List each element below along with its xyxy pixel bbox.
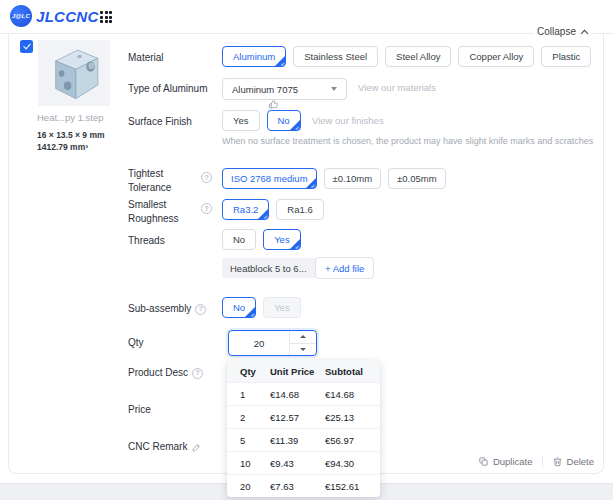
- sub-assembly-options: NoYes: [222, 297, 301, 318]
- product-desc-label-row: Product Desc ?: [128, 366, 203, 380]
- price-table-body: 1€14.68€14.682€12.57€25.135€11.39€56.971…: [227, 382, 380, 497]
- tolerance-help-icon[interactable]: ?: [201, 172, 212, 183]
- product-desc-label: Product Desc: [128, 366, 188, 380]
- tolerance-option-iso-2768-medium[interactable]: ISO 2768 medium: [222, 168, 317, 189]
- price-table-row[interactable]: 2€12.57€25.13: [227, 405, 380, 428]
- threads-options: NoYes: [222, 229, 301, 250]
- roughness-options: Ra3.2Ra1.6: [222, 199, 324, 220]
- part-checkbox[interactable]: [20, 40, 33, 53]
- price-table-cell: €14.68: [325, 389, 380, 400]
- actions-divider: [542, 456, 543, 467]
- sub-assembly-option-yes: Yes: [263, 297, 301, 318]
- apps-grid-icon[interactable]: [100, 11, 112, 23]
- surface-finish-note: When no surface treatment is chosen, the…: [222, 134, 607, 149]
- price-table-row[interactable]: 10€9.43€94.30: [227, 451, 380, 474]
- qty-decrease-button[interactable]: [290, 344, 316, 356]
- cnc-remark-label-row: CNC Remark: [128, 440, 202, 454]
- tolerance-option--0-10mm[interactable]: ±0.10mm: [324, 168, 382, 189]
- qty-input[interactable]: 20: [228, 330, 317, 356]
- edit-remark-pencil-icon[interactable]: [191, 442, 202, 453]
- roughness-help-icon[interactable]: ?: [201, 203, 212, 214]
- collapse-label: Collapse: [537, 26, 576, 37]
- cnc-remark-label: CNC Remark: [128, 440, 187, 454]
- price-table-cell: €94.30: [325, 458, 380, 469]
- product-desc-help-icon[interactable]: ?: [192, 368, 203, 379]
- jlccnc-quote-page: J@LC JLCCNC Collapse Heat...py 1.step 16…: [0, 0, 613, 500]
- view-materials-link[interactable]: View our materials: [358, 82, 436, 93]
- price-table-row[interactable]: 20€7.63€152.61: [227, 474, 380, 497]
- brand-name: JLCCNC: [36, 8, 99, 25]
- roughness-option-ra1-6[interactable]: Ra1.6: [276, 199, 323, 220]
- card-actions: Duplicate Delete: [478, 456, 594, 467]
- price-table-cell: 10: [240, 458, 270, 469]
- duplicate-button[interactable]: Duplicate: [478, 456, 533, 467]
- material-option-copper-alloy[interactable]: Copper Alloy: [458, 46, 534, 67]
- part-filename: Heat...py 1.step: [37, 112, 104, 123]
- price-table-cell: €7.63: [270, 481, 325, 492]
- price-table-cell: €9.43: [270, 458, 325, 469]
- sub-assembly-label-row: Sub-assembly ?: [128, 302, 206, 316]
- qty-value: 20: [229, 331, 289, 355]
- price-table-cell: 2: [240, 412, 270, 423]
- price-table-cell: 5: [240, 435, 270, 446]
- qty-stepper: [289, 331, 316, 355]
- surface-finish-option-no[interactable]: No: [267, 110, 301, 131]
- threads-option-yes[interactable]: Yes: [263, 229, 301, 250]
- price-label: Price: [128, 403, 151, 417]
- qty-increase-button[interactable]: [290, 331, 316, 344]
- surface-finish-options: YesNo: [222, 110, 301, 131]
- jlccnc-logo[interactable]: J@LC JLCCNC: [10, 5, 99, 27]
- part-thumbnail[interactable]: [38, 40, 110, 106]
- material-option-plastic[interactable]: Plastic: [541, 46, 591, 67]
- type-of-aluminum-label: Type of Aluminum: [128, 82, 207, 96]
- material-option-aluminum[interactable]: Aluminum: [222, 46, 286, 67]
- collapse-button[interactable]: Collapse: [534, 26, 592, 37]
- threads-option-no[interactable]: No: [222, 229, 256, 250]
- sub-assembly-label: Sub-assembly: [128, 302, 191, 316]
- material-option-steel-alloy[interactable]: Steel Alloy: [385, 46, 451, 67]
- smallest-roughness-label: Smallest Roughness: [128, 198, 198, 226]
- qty-price-popup: QtyUnit PriceSubtotal 1€14.68€14.682€12.…: [227, 360, 380, 497]
- surface-finish-label: Surface Finish: [128, 115, 192, 129]
- delete-button[interactable]: Delete: [552, 456, 594, 467]
- trash-icon: [552, 456, 563, 467]
- thread-file-tag: Heatblock 5 to 6...: [222, 258, 329, 278]
- part-dimensions: 16 × 13.5 × 9 mm: [37, 130, 105, 140]
- sub-assembly-option-no[interactable]: No: [222, 297, 256, 318]
- price-table-header-cell-0: Qty: [240, 366, 270, 377]
- price-table-cell: €56.97: [325, 435, 380, 446]
- top-navbar: J@LC JLCCNC: [0, 0, 613, 34]
- caret-down-icon: [331, 87, 337, 91]
- surface-finish-option-yes[interactable]: Yes: [222, 110, 260, 131]
- sub-assembly-help-icon[interactable]: ?: [195, 304, 206, 315]
- view-finishes-link[interactable]: View our finishes: [312, 115, 384, 126]
- threads-label: Threads: [128, 234, 165, 248]
- part-volume: 1412.79 mm³: [37, 142, 88, 152]
- price-table-cell: 1: [240, 389, 270, 400]
- price-table-cell: €11.39: [270, 435, 325, 446]
- aluminum-type-select[interactable]: Aluminum 7075: [222, 78, 347, 100]
- jlc-logo-badge-icon: J@LC: [10, 5, 32, 27]
- material-options: AluminumStainless SteelSteel AlloyCopper…: [222, 46, 591, 67]
- qty-label: Qty: [128, 336, 144, 350]
- price-table-header: QtyUnit PriceSubtotal: [227, 360, 380, 382]
- cad-part-preview-icon: [41, 42, 107, 104]
- material-label: Material: [128, 51, 164, 65]
- price-table-header-cell-2: Subtotal: [325, 366, 380, 377]
- price-table-cell: €25.13: [325, 412, 380, 423]
- delete-label: Delete: [567, 456, 594, 467]
- aluminum-type-value: Aluminum 7075: [232, 84, 331, 95]
- thumbs-up-icon: [268, 99, 279, 110]
- price-table-row[interactable]: 1€14.68€14.68: [227, 382, 380, 405]
- material-option-stainless-steel[interactable]: Stainless Steel: [293, 46, 378, 67]
- add-file-button[interactable]: + Add file: [315, 257, 374, 279]
- roughness-option-ra3-2[interactable]: Ra3.2: [222, 199, 269, 220]
- price-table-header-cell-1: Unit Price: [270, 366, 325, 377]
- price-table-row[interactable]: 5€11.39€56.97: [227, 428, 380, 451]
- price-table-cell: €14.68: [270, 389, 325, 400]
- thread-file-name: Heatblock 5 to 6...: [230, 263, 307, 274]
- price-table-cell: 20: [240, 481, 270, 492]
- tolerance-option--0-05mm[interactable]: ±0.05mm: [388, 168, 446, 189]
- duplicate-label: Duplicate: [493, 456, 533, 467]
- copy-icon: [478, 456, 489, 467]
